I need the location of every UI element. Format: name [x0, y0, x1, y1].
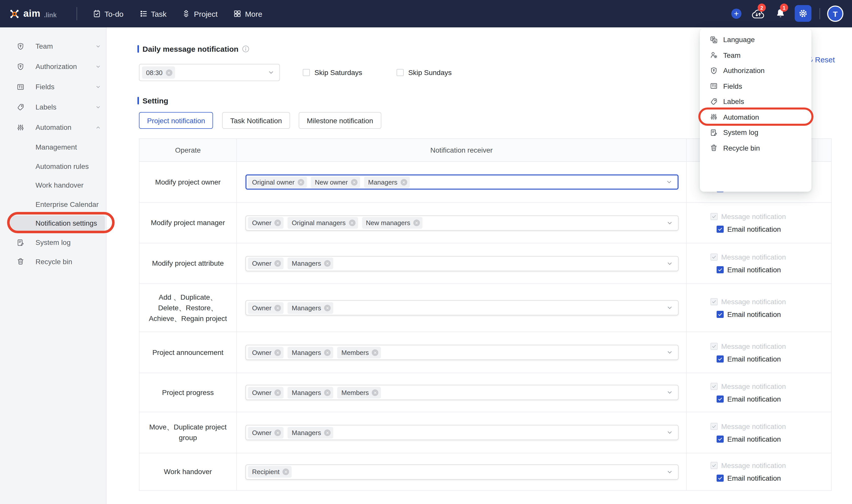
- sidebar-item-team[interactable]: Team: [0, 38, 106, 54]
- receiver-select[interactable]: Owner×Managers×Members×: [246, 345, 678, 360]
- email-notification-checkbox[interactable]: Email notification: [717, 435, 781, 443]
- sidebar-item-label: System log: [36, 238, 71, 247]
- email-notification-checkbox[interactable]: Email notification: [717, 474, 781, 482]
- sidebar-item-fields[interactable]: Fields: [0, 79, 106, 94]
- remove-tag-icon[interactable]: ×: [275, 219, 281, 226]
- settings-button[interactable]: [795, 5, 812, 22]
- email-notification-checkbox[interactable]: Email notification: [717, 395, 781, 403]
- tab-task-notification[interactable]: Task Notification: [222, 112, 290, 129]
- checkbox[interactable]: [397, 69, 404, 76]
- remove-tag-icon[interactable]: ×: [324, 305, 331, 311]
- remove-tag-icon[interactable]: ×: [298, 179, 304, 185]
- info-icon[interactable]: [242, 45, 250, 53]
- menu-item-fields[interactable]: Fields: [700, 78, 812, 94]
- avatar[interactable]: T: [827, 5, 844, 22]
- tab-project-notification[interactable]: Project notification: [139, 112, 213, 129]
- nav-item-to-do[interactable]: To-do: [93, 10, 124, 18]
- remove-tag-icon[interactable]: ×: [283, 468, 289, 475]
- operate-label: Modify project attribute: [152, 258, 224, 269]
- menu-item-system-log[interactable]: System log: [700, 125, 812, 140]
- checkbox[interactable]: [303, 69, 310, 76]
- remove-tag-icon[interactable]: ×: [275, 260, 281, 267]
- methods-cell: Message notificationEmail notification: [687, 244, 831, 284]
- operate-cell: Modify project manager: [140, 203, 237, 243]
- receiver-select[interactable]: Owner×Managers×: [246, 300, 678, 316]
- app-logo[interactable]: aim.link: [9, 0, 57, 28]
- remove-tag-icon[interactable]: ×: [275, 389, 281, 396]
- remove-tag-icon[interactable]: ×: [400, 179, 407, 185]
- skip-sundays-checkbox[interactable]: Skip Sundays: [397, 69, 452, 76]
- remove-tag-icon[interactable]: ×: [324, 389, 331, 396]
- receiver-tag: Owner×: [248, 302, 284, 313]
- remove-tag-icon[interactable]: ×: [324, 349, 331, 356]
- page-title: Daily message notification: [143, 44, 238, 53]
- sidebar-item-label: Recycle bin: [36, 257, 72, 266]
- remove-tag-icon[interactable]: ×: [372, 389, 379, 396]
- menu-item-recycle-bin[interactable]: Recycle bin: [700, 140, 812, 156]
- sidebar-item-system-log[interactable]: System log: [0, 235, 106, 250]
- receiver-select[interactable]: Owner×Original managers×New managers×: [246, 215, 678, 231]
- remove-tag-icon[interactable]: ×: [324, 429, 331, 436]
- skip-saturdays-checkbox[interactable]: Skip Saturdays: [303, 69, 362, 76]
- operate-cell: Move、Duplicate project group: [140, 412, 237, 453]
- receiver-tag: Owner×: [248, 257, 284, 269]
- nav-item-project[interactable]: Project: [182, 10, 218, 18]
- email-notification-checkbox[interactable]: Email notification: [717, 225, 781, 233]
- email-notification-checkbox[interactable]: Email notification: [717, 355, 781, 363]
- email-notification-checkbox[interactable]: Email notification: [717, 266, 781, 274]
- checkbox-checked[interactable]: [717, 355, 724, 362]
- checkbox-checked[interactable]: [717, 266, 724, 273]
- remove-tag-icon[interactable]: ×: [324, 260, 331, 267]
- sidebar-item-automation[interactable]: Automation: [0, 120, 106, 135]
- checkbox-checked[interactable]: [717, 474, 724, 482]
- remove-tag-icon[interactable]: ×: [275, 429, 281, 436]
- menu-item-team[interactable]: Team: [700, 48, 812, 63]
- receiver-select[interactable]: Original owner×New owner×Managers×: [246, 175, 678, 190]
- sidebar-item-recycle-bin[interactable]: Recycle bin: [0, 254, 106, 269]
- receiver-select[interactable]: Owner×Managers×: [246, 256, 678, 271]
- sidebar-item-authorization[interactable]: Authorization: [0, 59, 106, 74]
- nav-item-more[interactable]: More: [233, 10, 262, 18]
- receiver-tag: Members×: [337, 346, 381, 358]
- sidebar-item-work-handover[interactable]: Work handover: [0, 178, 106, 193]
- checkbox-checked[interactable]: [717, 435, 724, 443]
- menu-item-label: Automation: [723, 113, 759, 121]
- checkbox-checked[interactable]: [717, 395, 724, 402]
- remove-tag-icon[interactable]: ×: [372, 349, 379, 356]
- menu-item-labels[interactable]: Labels: [700, 94, 812, 109]
- receiver-tag: Owner×: [248, 427, 284, 438]
- time-tag: 08:30 ×: [142, 67, 175, 78]
- sidebar-item-management[interactable]: Management: [0, 140, 106, 155]
- receiver-select[interactable]: Recipient×: [246, 464, 678, 480]
- remove-tag-icon[interactable]: ×: [275, 305, 281, 311]
- menu-item-automation[interactable]: Automation: [700, 109, 812, 125]
- receiver-select[interactable]: Owner×Managers×Members×: [246, 385, 678, 400]
- remove-tag-icon[interactable]: ×: [349, 219, 355, 226]
- create-button[interactable]: [731, 8, 741, 19]
- sidebar-item-enterprise-calendar[interactable]: Enterprise Calendar: [0, 197, 106, 212]
- app-root: aim.link To-doTaskProjectMore 2 1 T Team…: [0, 0, 852, 504]
- sidebar-item-automation-rules[interactable]: Automation rules: [0, 159, 106, 174]
- menu-item-label: Language: [723, 36, 755, 44]
- menu-item-authorization[interactable]: Authorization: [700, 63, 812, 78]
- checkbox-checked[interactable]: [717, 310, 724, 318]
- sidebar-item-labels[interactable]: Labels: [0, 100, 106, 114]
- menu-item-language[interactable]: Language: [700, 32, 812, 48]
- daily-time-select[interactable]: 08:30 ×: [139, 64, 280, 81]
- layers-icon: [182, 10, 191, 18]
- nav-item-task[interactable]: Task: [139, 10, 167, 18]
- sidebar-item-notification-settings[interactable]: Notification settings: [0, 215, 106, 231]
- checkbox-checked[interactable]: [717, 226, 724, 233]
- setting-title: Setting: [143, 96, 168, 105]
- check-icon: [711, 463, 717, 468]
- settings-dropdown-menu: LanguageTeamAuthorizationFieldsLabelsAut…: [700, 29, 812, 192]
- tab-milestone-notification[interactable]: Milestone notification: [299, 112, 381, 129]
- remove-time-icon[interactable]: ×: [166, 69, 172, 76]
- remove-tag-icon[interactable]: ×: [351, 179, 358, 185]
- remove-tag-icon[interactable]: ×: [413, 219, 420, 226]
- email-notification-label: Email notification: [727, 395, 781, 403]
- operate-cell: Modify project attribute: [140, 244, 237, 284]
- email-notification-checkbox[interactable]: Email notification: [717, 310, 781, 318]
- remove-tag-icon[interactable]: ×: [275, 349, 281, 356]
- receiver-select[interactable]: Owner×Managers×: [246, 425, 678, 440]
